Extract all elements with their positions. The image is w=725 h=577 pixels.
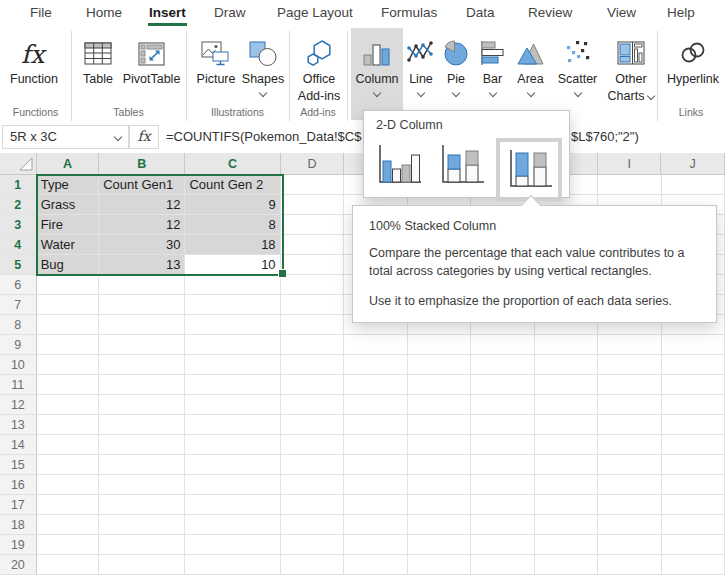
cell-H18[interactable]: [535, 515, 598, 535]
cell-B20[interactable]: [99, 555, 185, 575]
cell-D13[interactable]: [281, 415, 344, 435]
bar-chart-button[interactable]: Bar: [474, 28, 511, 120]
cell-D3[interactable]: [281, 215, 344, 235]
column-header-B[interactable]: B: [99, 153, 185, 175]
line-chart-button[interactable]: Line: [403, 28, 439, 120]
cell-A12[interactable]: [37, 395, 100, 415]
cell-F15[interactable]: [408, 455, 471, 475]
cell-F12[interactable]: [408, 395, 471, 415]
cell-C12[interactable]: [185, 395, 280, 415]
menu-file[interactable]: File: [30, 0, 52, 26]
cell-F9[interactable]: [408, 335, 471, 355]
name-box[interactable]: 5R x 3C: [2, 125, 129, 149]
cell-J15[interactable]: [662, 455, 725, 475]
cell-G15[interactable]: [471, 455, 534, 475]
cell-A14[interactable]: [37, 435, 100, 455]
cell-H17[interactable]: [535, 495, 598, 515]
cell-B2[interactable]: 12: [99, 195, 185, 215]
cell-H13[interactable]: [535, 415, 598, 435]
cell-I17[interactable]: [598, 495, 661, 515]
cell-G13[interactable]: [471, 415, 534, 435]
cell-G10[interactable]: [471, 355, 534, 375]
cell-B5[interactable]: 13: [99, 255, 185, 275]
cell-C8[interactable]: [185, 315, 280, 335]
column-header-D[interactable]: D: [281, 153, 344, 175]
cell-B17[interactable]: [99, 495, 185, 515]
cell-A6[interactable]: [37, 275, 100, 295]
cell-I13[interactable]: [598, 415, 661, 435]
row-header-5[interactable]: 5: [0, 255, 37, 275]
cell-H16[interactable]: [535, 475, 598, 495]
row-header-11[interactable]: 11: [0, 375, 37, 395]
insert-function-button[interactable]: fx: [129, 125, 159, 149]
row-header-14[interactable]: 14: [0, 435, 37, 455]
cell-I20[interactable]: [598, 555, 661, 575]
cell-J19[interactable]: [662, 535, 725, 555]
fill-handle[interactable]: [278, 269, 287, 278]
row-header-10[interactable]: 10: [0, 355, 37, 375]
line-chevron-icon[interactable]: [417, 89, 425, 97]
row-header-1[interactable]: 1: [0, 175, 37, 195]
cell-A13[interactable]: [37, 415, 100, 435]
menu-page-layout[interactable]: Page Layout: [277, 0, 353, 26]
cell-D2[interactable]: [281, 195, 344, 215]
cell-D17[interactable]: [281, 495, 344, 515]
cell-B13[interactable]: [99, 415, 185, 435]
cell-F10[interactable]: [408, 355, 471, 375]
cell-B1[interactable]: Count Gen1: [99, 175, 185, 195]
cell-J20[interactable]: [662, 555, 725, 575]
cell-C14[interactable]: [185, 435, 280, 455]
cell-H20[interactable]: [535, 555, 598, 575]
cell-B15[interactable]: [99, 455, 185, 475]
bar-chevron-icon[interactable]: [488, 89, 496, 97]
scatter-chart-button[interactable]: Scatter: [550, 28, 605, 120]
cell-C16[interactable]: [185, 475, 280, 495]
cell-F16[interactable]: [408, 475, 471, 495]
cell-H11[interactable]: [535, 375, 598, 395]
row-header-6[interactable]: 6: [0, 275, 37, 295]
cell-J12[interactable]: [662, 395, 725, 415]
cell-C3[interactable]: 8: [185, 215, 280, 235]
cell-G12[interactable]: [471, 395, 534, 415]
cell-B6[interactable]: [99, 275, 185, 295]
menu-data[interactable]: Data: [466, 0, 495, 26]
cell-I18[interactable]: [598, 515, 661, 535]
cell-A17[interactable]: [37, 495, 100, 515]
cell-A10[interactable]: [37, 355, 100, 375]
cell-C2[interactable]: 9: [185, 195, 280, 215]
cell-A11[interactable]: [37, 375, 100, 395]
cell-D12[interactable]: [281, 395, 344, 415]
cell-A9[interactable]: [37, 335, 100, 355]
cell-J16[interactable]: [662, 475, 725, 495]
cell-C18[interactable]: [185, 515, 280, 535]
row-header-15[interactable]: 15: [0, 455, 37, 475]
row-header-17[interactable]: 17: [0, 495, 37, 515]
cell-H10[interactable]: [535, 355, 598, 375]
cell-B14[interactable]: [99, 435, 185, 455]
cell-E18[interactable]: [344, 515, 407, 535]
cell-D10[interactable]: [281, 355, 344, 375]
other-charts-button[interactable]: Other Charts: [605, 28, 657, 120]
cell-E17[interactable]: [344, 495, 407, 515]
cell-C7[interactable]: [185, 295, 280, 315]
cell-A16[interactable]: [37, 475, 100, 495]
row-header-3[interactable]: 3: [0, 215, 37, 235]
scatter-chevron-icon[interactable]: [573, 89, 581, 97]
pie-chart-button[interactable]: Pie: [439, 28, 473, 120]
cell-C13[interactable]: [185, 415, 280, 435]
cell-C9[interactable]: [185, 335, 280, 355]
cell-D20[interactable]: [281, 555, 344, 575]
cell-J9[interactable]: [662, 335, 725, 355]
cell-E11[interactable]: [344, 375, 407, 395]
chart-option-clustered-column[interactable]: [370, 137, 426, 193]
cell-B3[interactable]: 12: [99, 215, 185, 235]
row-header-9[interactable]: 9: [0, 335, 37, 355]
cell-E15[interactable]: [344, 455, 407, 475]
cell-F17[interactable]: [408, 495, 471, 515]
cell-H9[interactable]: [535, 335, 598, 355]
cell-C1[interactable]: Count Gen 2: [185, 175, 280, 195]
column-header-J[interactable]: J: [661, 153, 724, 175]
menu-home[interactable]: Home: [86, 0, 122, 26]
row-header-18[interactable]: 18: [0, 515, 37, 535]
cell-A4[interactable]: Water: [37, 235, 100, 255]
